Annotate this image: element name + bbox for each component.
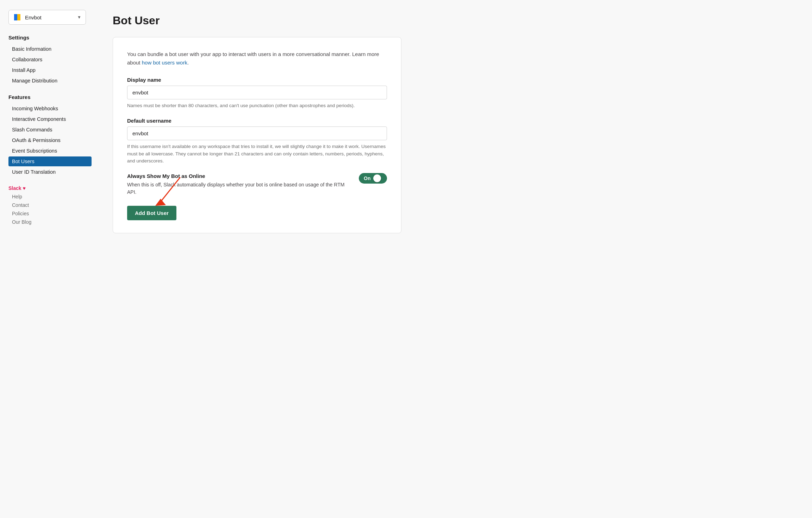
sidebar-item-slash-commands[interactable]: Slash Commands xyxy=(8,125,92,135)
display-name-group: Display name Names must be shorter than … xyxy=(127,77,387,109)
sidebar-item-basic-information[interactable]: Basic Information xyxy=(8,44,92,54)
footer-link-help[interactable]: Help xyxy=(8,193,92,200)
footer-link-our-blog[interactable]: Our Blog xyxy=(8,218,92,226)
sidebar-link-user-id-translation[interactable]: User ID Translation xyxy=(8,167,92,177)
sidebar-item-event-subscriptions[interactable]: Event Subscriptions xyxy=(8,146,92,156)
sidebar-item-incoming-webhooks[interactable]: Incoming Webhooks xyxy=(8,104,92,113)
sidebar-link-interactive-components[interactable]: Interactive Components xyxy=(8,114,92,124)
sidebar-item-oauth-permissions[interactable]: OAuth & Permissions xyxy=(8,135,92,145)
default-username-group: Default username If this username isn't … xyxy=(127,118,387,165)
app-icon xyxy=(13,13,21,21)
toggle-state-label: On xyxy=(364,175,370,181)
svg-rect-4 xyxy=(14,14,17,20)
toggle-knob xyxy=(373,174,381,182)
app-selector[interactable]: Envbot ▼ xyxy=(8,10,86,25)
default-username-label: Default username xyxy=(127,118,387,124)
sidebar-item-install-app[interactable]: Install App xyxy=(8,65,92,75)
sidebar-link-collaborators[interactable]: Collaborators xyxy=(8,55,92,64)
sidebar-link-oauth-permissions[interactable]: OAuth & Permissions xyxy=(8,135,92,145)
default-username-hint: If this username isn't available on any … xyxy=(127,143,387,165)
sidebar: Envbot ▼ Settings Basic Information Coll… xyxy=(0,0,92,518)
features-nav: Incoming Webhooks Interactive Components… xyxy=(8,104,92,177)
sidebar-item-manage-distribution[interactable]: Manage Distribution xyxy=(8,76,92,86)
default-username-input[interactable] xyxy=(127,127,387,140)
sidebar-link-bot-users[interactable]: Bot Users xyxy=(8,156,92,166)
display-name-label: Display name xyxy=(127,77,387,83)
sidebar-item-user-id-translation[interactable]: User ID Translation xyxy=(8,167,92,177)
add-bot-user-button[interactable]: Add Bot User xyxy=(127,206,176,220)
add-bot-container: Add Bot User xyxy=(127,206,176,220)
sidebar-link-install-app[interactable]: Install App xyxy=(8,65,92,75)
intro-suffix: . xyxy=(187,60,189,66)
sidebar-link-incoming-webhooks[interactable]: Incoming Webhooks xyxy=(8,104,92,113)
slack-footer-link[interactable]: Slack ♥ xyxy=(8,185,92,191)
always-online-toggle[interactable]: On xyxy=(359,173,387,184)
sidebar-item-interactive-components[interactable]: Interactive Components xyxy=(8,114,92,124)
sidebar-item-bot-users[interactable]: Bot Users xyxy=(8,156,92,166)
display-name-hint: Names must be shorter than 80 characters… xyxy=(127,102,387,109)
chevron-down-icon: ▼ xyxy=(77,15,81,20)
main-content: Bot User You can bundle a bot user with … xyxy=(92,0,812,518)
heart-icon: ♥ xyxy=(23,185,26,191)
sidebar-footer: Slack ♥ Help Contact Policies Our Blog xyxy=(8,185,92,226)
sidebar-link-slash-commands[interactable]: Slash Commands xyxy=(8,125,92,135)
sidebar-link-basic-information[interactable]: Basic Information xyxy=(8,44,92,54)
app-name: Envbot xyxy=(25,14,77,20)
toggle-info: Always Show My Bot as Online When this i… xyxy=(127,173,352,196)
toggle-desc: When this is off, Slack automatically di… xyxy=(127,181,352,196)
features-title: Features xyxy=(8,94,92,100)
features-section: Features Incoming Webhooks Interactive C… xyxy=(8,94,92,177)
always-online-row: Always Show My Bot as Online When this i… xyxy=(127,173,387,196)
bot-user-card: You can bundle a bot user with your app … xyxy=(113,37,401,233)
page-title: Bot User xyxy=(113,14,791,27)
toggle-title: Always Show My Bot as Online xyxy=(127,173,352,179)
settings-nav: Basic Information Collaborators Install … xyxy=(8,44,92,86)
card-intro: You can bundle a bot user with your app … xyxy=(127,50,387,67)
settings-title: Settings xyxy=(8,35,92,41)
display-name-input[interactable] xyxy=(127,86,387,99)
footer-link-contact[interactable]: Contact xyxy=(8,202,92,209)
svg-marker-7 xyxy=(155,199,166,206)
svg-rect-5 xyxy=(17,14,20,20)
settings-section: Settings Basic Information Collaborators… xyxy=(8,35,92,86)
bot-users-link[interactable]: how bot users work xyxy=(142,60,187,66)
sidebar-item-collaborators[interactable]: Collaborators xyxy=(8,55,92,64)
slack-label: Slack xyxy=(8,185,21,191)
sidebar-link-manage-distribution[interactable]: Manage Distribution xyxy=(8,76,92,86)
sidebar-link-event-subscriptions[interactable]: Event Subscriptions xyxy=(8,146,92,156)
footer-link-policies[interactable]: Policies xyxy=(8,210,92,217)
